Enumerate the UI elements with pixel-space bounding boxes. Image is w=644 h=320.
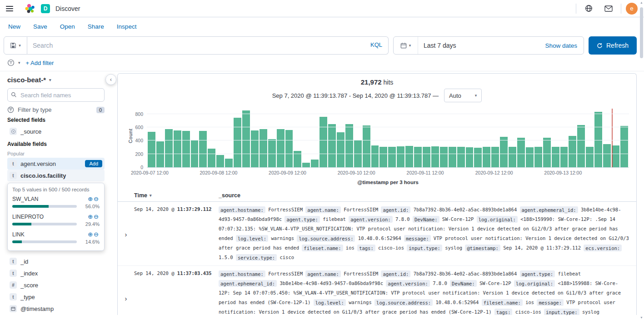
histogram-bar[interactable] <box>543 138 551 167</box>
interval-select[interactable]: Auto ▾ <box>444 89 482 102</box>
zoom-in-icon[interactable]: ⊕ <box>88 195 94 202</box>
histogram-bar[interactable] <box>379 147 387 167</box>
zoom-in-icon[interactable]: ⊕ <box>88 213 94 220</box>
histogram-bar[interactable] <box>191 140 199 167</box>
histogram-bar[interactable] <box>216 155 224 167</box>
expand-row-button[interactable]: › <box>118 269 134 315</box>
histogram-bar[interactable] <box>603 144 611 167</box>
histogram-bar[interactable] <box>552 147 559 167</box>
histogram-bar[interactable] <box>328 124 336 167</box>
histogram-bar[interactable] <box>500 137 508 167</box>
histogram-bar[interactable] <box>199 131 207 167</box>
zoom-in-icon[interactable]: ⊕ <box>88 231 94 238</box>
histogram-bar[interactable] <box>526 147 534 167</box>
histogram-bar[interactable] <box>457 147 465 167</box>
expand-row-button[interactable]: › <box>118 205 134 262</box>
nav-item-new[interactable]: New <box>8 23 20 30</box>
zoom-out-icon[interactable]: ⊖ <box>94 213 100 220</box>
histogram-bar[interactable] <box>509 147 516 167</box>
search-input[interactable] <box>27 36 389 55</box>
nav-item-inspect[interactable]: Inspect <box>117 23 137 30</box>
histogram-bar[interactable] <box>165 129 173 167</box>
histogram-bar[interactable] <box>285 130 293 167</box>
add-field-button[interactable]: Add <box>85 160 102 167</box>
field-item-agent.version[interactable]: tagent.versionAdd <box>7 158 105 170</box>
histogram-bar[interactable] <box>225 159 233 167</box>
hamburger-menu-icon[interactable] <box>0 0 19 17</box>
histogram-bar[interactable] <box>345 124 353 167</box>
scroll-down-icon[interactable]: ▼ <box>640 316 643 319</box>
kql-toggle[interactable]: KQL <box>370 41 382 48</box>
nav-item-share[interactable]: Share <box>88 23 104 30</box>
histogram-bar[interactable] <box>371 145 379 167</box>
histogram-bar[interactable] <box>534 147 542 167</box>
collapse-sidebar-button[interactable]: ‹ <box>105 74 116 85</box>
nav-item-save[interactable]: Save <box>33 23 47 30</box>
histogram-bar[interactable] <box>182 131 190 167</box>
field-item-_id[interactable]: t_id <box>7 255 105 267</box>
calendar-menu-button[interactable]: ▾ <box>394 37 418 54</box>
saved-query-menu-button[interactable]: ▾ <box>4 36 27 55</box>
histogram-bar[interactable] <box>491 147 499 167</box>
histogram-bar[interactable] <box>405 146 413 167</box>
nav-item-open[interactable]: Open <box>60 23 75 30</box>
field-item-_source[interactable]: _source <box>7 125 105 137</box>
histogram-bar[interactable] <box>612 145 619 167</box>
chevron-down-icon[interactable]: ▾ <box>18 60 20 65</box>
histogram-bar[interactable] <box>320 117 327 167</box>
add-filter-button[interactable]: + Add filter <box>26 60 54 66</box>
field-item-agent.ephemeral_id[interactable]: tagent.ephemeral_id <box>7 315 105 315</box>
histogram-bar[interactable] <box>234 118 241 167</box>
histogram-bar[interactable] <box>483 147 490 167</box>
histogram-bar[interactable] <box>311 160 319 167</box>
deployment-badge[interactable]: D <box>41 4 50 13</box>
histogram-bar[interactable] <box>277 129 285 167</box>
histogram-bar[interactable] <box>337 132 344 167</box>
index-pattern-select[interactable]: cisco-beat-* ▾ <box>7 76 105 84</box>
histogram-bar[interactable] <box>302 163 310 167</box>
histogram-bar[interactable] <box>388 147 396 167</box>
time-column-header[interactable]: Time ▾ <box>134 192 219 199</box>
zoom-out-icon[interactable]: ⊖ <box>94 231 100 238</box>
histogram-bar[interactable] <box>449 147 456 167</box>
histogram-bar[interactable] <box>474 148 482 167</box>
histogram-bar[interactable] <box>620 126 628 167</box>
filter-by-type-button[interactable]: Filter by type 0 <box>7 106 105 113</box>
histogram-bar[interactable] <box>363 125 370 167</box>
field-item-cisco.ios.facility[interactable]: tcisco.ios.facility <box>7 170 105 181</box>
histogram-bar[interactable] <box>251 130 259 167</box>
histogram-bar[interactable] <box>466 147 474 167</box>
vertical-scrollbar[interactable]: ▲ ▼ <box>639 0 644 320</box>
time-range-value[interactable]: Last 7 days <box>418 42 545 49</box>
refresh-button[interactable]: Refresh <box>589 36 637 55</box>
mail-icon[interactable] <box>601 2 616 15</box>
histogram-bar[interactable] <box>577 125 585 167</box>
zoom-out-icon[interactable]: ⊖ <box>94 195 100 202</box>
histogram-bar[interactable] <box>569 136 576 167</box>
histogram-bar[interactable] <box>397 146 404 167</box>
globe-icon[interactable] <box>581 2 596 15</box>
show-dates-button[interactable]: Show dates <box>545 42 584 49</box>
field-item-@timestamp[interactable]: @timestamp <box>7 303 105 315</box>
field-item-_index[interactable]: t_index <box>7 267 105 279</box>
histogram-bar[interactable] <box>560 147 568 167</box>
histogram-bar[interactable] <box>423 147 430 167</box>
histogram-bar[interactable] <box>174 130 181 167</box>
avatar[interactable]: e <box>626 3 638 15</box>
histogram-bar[interactable] <box>431 146 439 167</box>
histogram-bar[interactable] <box>260 129 267 167</box>
field-item-_score[interactable]: #_score <box>7 279 105 291</box>
histogram-bar[interactable] <box>594 112 602 167</box>
histogram-bar[interactable] <box>414 147 422 167</box>
histogram-bar[interactable] <box>156 141 164 167</box>
histogram-bar[interactable] <box>148 132 155 167</box>
histogram-bar[interactable] <box>242 110 250 167</box>
histogram-bar[interactable] <box>586 147 594 167</box>
field-item-_type[interactable]: t_type <box>7 291 105 303</box>
histogram-bar[interactable] <box>517 138 525 167</box>
field-search-input[interactable] <box>7 88 105 102</box>
scroll-up-icon[interactable]: ▲ <box>640 1 643 4</box>
histogram-bar[interactable] <box>440 147 448 167</box>
scrollbar-thumb[interactable] <box>640 7 643 58</box>
histogram-bar[interactable] <box>208 149 215 167</box>
